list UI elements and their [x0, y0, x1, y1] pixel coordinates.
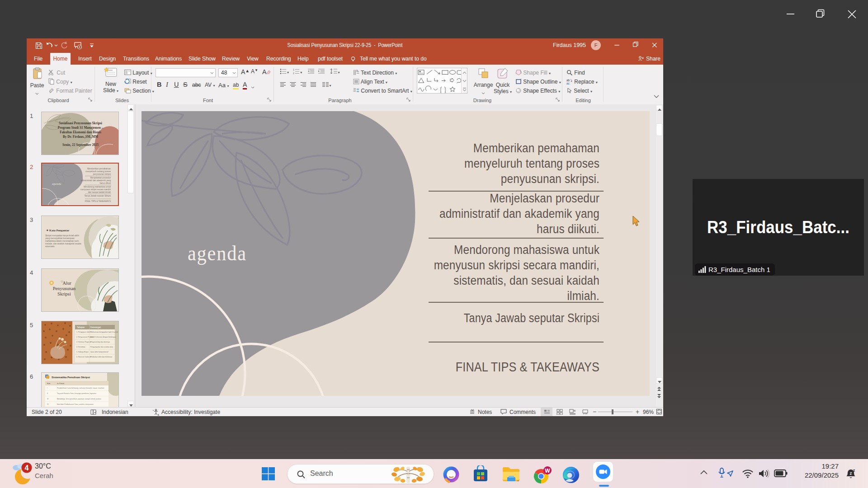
svg-text:Pendahuluan: Latar belakang, r: Pendahuluan: Latar belakang, rumusan mas… [57, 387, 104, 389]
svg-text:Skripsi: Skripsi [57, 291, 71, 296]
svg-text:2: 2 [293, 72, 294, 75]
svg-text:Keterangan: Keterangan [90, 326, 101, 328]
svg-text:Proposal diuji dan disetujui: Proposal diuji dan disetujui [90, 341, 110, 343]
svg-text:W: W [545, 468, 550, 474]
svg-text:3. Seminar Proposal: 3. Seminar Proposal [76, 341, 91, 343]
svg-text:ac: ac [566, 82, 570, 84]
svg-text:Sosialisasi Penyusunan Skripsi: Sosialisasi Penyusunan Skripsi [59, 121, 102, 125]
svg-text:✦ Kata Pengantar: ✦ Kata Pengantar [46, 229, 69, 232]
svg-text:Alur: Alur [62, 281, 71, 286]
svg-text:Perbaikan akhir dan kelulusan: Perbaikan akhir dan kelulusan [90, 356, 112, 358]
svg-text:sistematis.: sistematis. [45, 245, 55, 248]
svg-text:Pengumpulan dan analisis data: Pengumpulan dan analisis data [90, 346, 113, 348]
svg-text:Penyusunan: Penyusunan [53, 286, 76, 291]
svg-text:Mahasiswa mengajukan topik ke: Mahasiswa mengajukan topik ke prodi [90, 331, 118, 333]
svg-text:Fakultas Ekonomi dan Bisnis: Fakultas Ekonomi dan Bisnis [60, 130, 101, 134]
svg-text:agenda: agenda [52, 182, 61, 185]
svg-text:I: I [47, 387, 47, 389]
svg-text:Mendorong mahasiswa untuk: Mendorong mahasiswa untuk [84, 186, 111, 188]
svg-text:FINAL TIPS & TAKEAWAYS: FINAL TIPS & TAKEAWAYS [85, 200, 111, 202]
svg-text:yang menunjukkan kemampuan: yang menunjukkan kemampuan [45, 237, 75, 239]
svg-text:dan sesuai kaidah ilmiah: dan sesuai kaidah ilmiah [88, 191, 111, 193]
svg-text:Hasil dan Pembahasan: Data, an: Hasil dan Pembahasan: Data, analisis, in… [57, 404, 94, 405]
svg-text:Menjelaskan prosedur: Menjelaskan prosedur [90, 177, 111, 179]
svg-text:Tanya Jawab seputar Skripsi: Tanya Jawab seputar Skripsi [85, 195, 111, 197]
svg-text:II: II [47, 393, 48, 394]
svg-text:harus diikuti: harus diikuti [99, 182, 111, 184]
svg-text:Bab 1-3 disusun dengan bimbing: Bab 1-3 disusun dengan bimbingan [90, 336, 116, 338]
svg-text:Memberikan pemahaman: Memberikan pemahaman [87, 168, 111, 170]
svg-text:4: 4 [25, 464, 29, 472]
svg-text:Skripsi merupakan karya ilmiah: Skripsi merupakan karya ilmiah akhir [45, 235, 80, 237]
svg-text:penyusunan skripsi: penyusunan skripsi [93, 173, 111, 175]
svg-text:menyusun skripsi secara mandir: menyusun skripsi secara mandiri [80, 188, 111, 191]
svg-text:ab: ab [566, 79, 570, 82]
svg-text:mahasiswa dalam menerapkan teo: mahasiswa dalam menerapkan teori, [45, 240, 79, 242]
svg-text:1. Pengajuan Judul: 1. Pengajuan Judul [76, 331, 90, 333]
svg-text:Tahapan: Tahapan [77, 326, 85, 328]
svg-text:6. Revisi & Yudisium: 6. Revisi & Yudisium [76, 356, 91, 358]
svg-text:Program Studi S1 Manajemen –: Program Studi S1 Manajemen – [58, 126, 104, 130]
svg-text:5. Sidang Skripsi: 5. Sidang Skripsi [76, 351, 89, 353]
svg-text:Tinjauan Pustaka: Teori, keran: Tinjauan Pustaka: Teori, kerangka pemiki… [57, 393, 96, 394]
svg-text:Sistematika Penulisan Skripsi: Sistematika Penulisan Skripsi [52, 376, 90, 379]
svg-text:Bab: Bab [47, 382, 51, 385]
svg-text:Ujian akhir komprehensif: Ujian akhir komprehensif [90, 351, 108, 353]
svg-text:administratif dan akademik yan: administratif dan akademik yang [81, 179, 111, 182]
svg-text:By Dr. Firdaus.,SM.,MM: By Dr. Firdaus.,SM.,MM [63, 135, 98, 139]
svg-text:Senin, 22 September 2025: Senin, 22 September 2025 [62, 143, 99, 147]
svg-text:metode, dan analisis manajeria: metode, dan analisis manajerial secara [45, 243, 81, 245]
svg-text:III: III [47, 398, 48, 400]
svg-text:Isi Pokok: Isi Pokok [57, 382, 64, 385]
svg-text:menyeluruh tentang proses: menyeluruh tentang proses [85, 170, 111, 173]
svg-text:4. Penelitian: 4. Penelitian [76, 346, 85, 348]
svg-text:z: z [850, 471, 852, 476]
svg-text:1: 1 [293, 68, 294, 71]
svg-text:z: z [853, 469, 855, 473]
svg-text:IV: IV [47, 404, 49, 405]
svg-text:Metodologi: Jenis penelitian,: Metodologi: Jenis penelitian, populasi, … [57, 398, 101, 400]
